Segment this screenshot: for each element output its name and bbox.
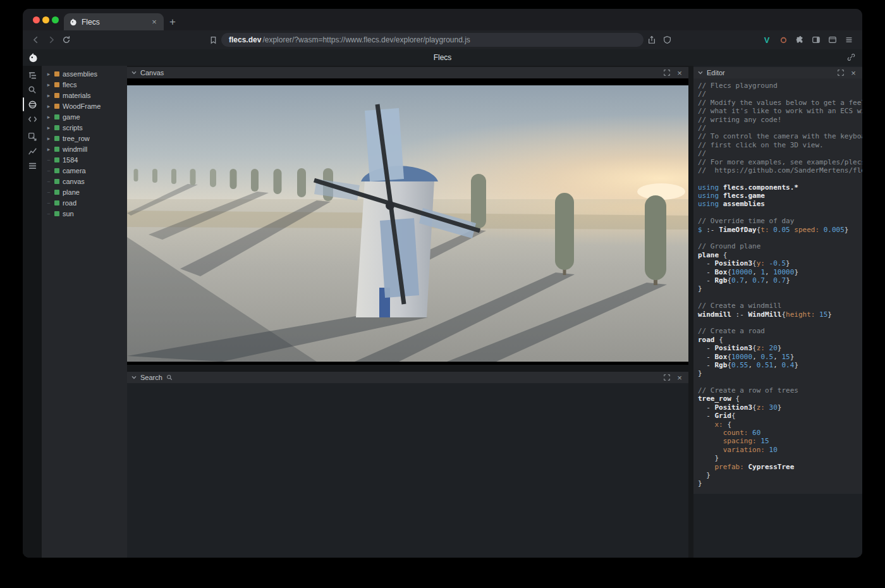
expand-arrow-icon[interactable]: ▸ (46, 114, 51, 120)
code-line[interactable]: // Create a row of trees (698, 386, 860, 395)
code-line[interactable]: - Rgb{0.7, 0.7, 0.7} (698, 276, 860, 285)
expand-arrow-icon[interactable]: ▸ (46, 146, 51, 152)
tree-item-road[interactable]: –road (42, 197, 127, 208)
tree-item-tree_row[interactable]: ▸tree_row (42, 133, 127, 144)
tree-item-scripts[interactable]: ▸scripts (42, 122, 127, 133)
code-line[interactable]: } (698, 471, 860, 479)
entities-tree-icon[interactable] (26, 69, 39, 82)
minimize-button[interactable] (42, 16, 49, 23)
tree-item-flecs[interactable]: ▸flecs (42, 79, 127, 90)
code-line[interactable]: $ :- TimeOfDay{t: 0.05 speed: 0.005} (698, 226, 860, 234)
forward-button[interactable] (44, 33, 58, 47)
tree-item-WoodFrame[interactable]: ▸WoodFrame (42, 101, 127, 111)
close-panel-icon[interactable]: × (675, 68, 684, 77)
expand-arrow-icon[interactable]: ▸ (46, 135, 51, 142)
tree-item-assemblies[interactable]: ▸assemblies (42, 68, 127, 79)
shield-icon[interactable] (660, 33, 674, 47)
expand-arrow-icon[interactable]: ▸ (46, 103, 51, 109)
code-line[interactable] (698, 319, 860, 327)
code-line[interactable]: - Rgb{0.55, 0.51, 0.4} (698, 361, 860, 369)
code-line[interactable]: // Override time of day (698, 217, 860, 225)
code-icon[interactable] (26, 113, 39, 125)
expand-arrow-icon[interactable]: ▸ (46, 71, 51, 77)
tree-item-sun[interactable]: –sun (42, 208, 127, 219)
code-line[interactable]: windmill :- WindMill{height: 15} (698, 310, 860, 319)
code-line[interactable]: } (698, 454, 860, 462)
tree-item-canvas[interactable]: –canvas (42, 176, 127, 187)
close-panel-icon[interactable]: × (849, 68, 858, 77)
code-line[interactable]: // Modify the values below to get a feel… (698, 99, 860, 107)
scene-sphere-icon[interactable] (26, 98, 39, 111)
code-line[interactable]: - Position3{z: 30} (698, 403, 860, 412)
expand-arrow-icon[interactable]: ▸ (46, 125, 51, 131)
collapse-chevron-icon[interactable] (698, 71, 703, 75)
inspect-icon[interactable] (26, 130, 39, 143)
code-line[interactable]: // For more examples, see examples/plecs… (698, 158, 860, 166)
code-line[interactable]: - Box{10000, 0.5, 15} (698, 353, 860, 361)
code-line[interactable]: // writing any code! (698, 116, 860, 124)
collapse-chevron-icon[interactable] (131, 71, 137, 75)
search-results-area[interactable] (127, 383, 688, 558)
code-line[interactable]: x: { (698, 420, 860, 429)
code-line[interactable]: // (698, 149, 860, 157)
code-line[interactable]: // first click on the 3D view. (698, 141, 860, 149)
fullscreen-icon[interactable] (662, 68, 671, 77)
browser-window-icon[interactable] (826, 33, 839, 47)
expand-arrow-icon[interactable]: ▸ (46, 92, 51, 99)
tab-close-button[interactable]: × (150, 17, 159, 27)
expand-arrow-icon[interactable]: ▸ (46, 82, 51, 88)
fullscreen-icon[interactable] (662, 373, 671, 382)
code-line[interactable]: // Flecs playground (698, 82, 860, 90)
code-line[interactable] (698, 378, 860, 386)
code-line[interactable]: variation: 10 (698, 446, 860, 454)
code-line[interactable]: using assemblies (698, 200, 860, 208)
code-line[interactable]: road { (698, 336, 860, 344)
back-button[interactable] (29, 33, 43, 47)
tree-item-game[interactable]: ▸game (42, 111, 127, 122)
code-line[interactable]: // Create a road (698, 327, 860, 335)
tree-item-1584[interactable]: –1584 (42, 154, 127, 165)
bookmark-icon[interactable] (206, 33, 220, 47)
code-line[interactable] (698, 175, 860, 183)
extensions-puzzle-icon[interactable] (793, 33, 807, 47)
code-line[interactable]: count: 60 (698, 429, 860, 437)
reload-button[interactable] (59, 33, 73, 47)
code-line[interactable] (698, 209, 860, 217)
fullscreen-icon[interactable] (836, 68, 845, 77)
close-button[interactable] (33, 16, 40, 23)
collapse-chevron-icon[interactable] (131, 376, 137, 379)
code-line[interactable]: - Grid{ (698, 412, 860, 420)
chart-icon[interactable] (26, 145, 39, 157)
code-line[interactable] (698, 293, 860, 302)
code-line[interactable] (698, 234, 860, 242)
tree-item-windmill[interactable]: ▸windmill (42, 144, 127, 154)
code-line[interactable]: - Position3{z: 20} (698, 344, 860, 352)
code-line[interactable]: // what it's like to work with an ECS wi… (698, 107, 860, 115)
code-line[interactable]: // https://github.com/SanderMertens/flec… (698, 166, 860, 175)
editor-code[interactable]: // Flecs playground//// Modify the value… (693, 78, 862, 494)
tree-item-materials[interactable]: ▸materials (42, 90, 127, 101)
browser-tab[interactable]: Flecs × (64, 13, 164, 30)
new-tab-button[interactable]: + (164, 13, 181, 30)
permalink-icon[interactable] (846, 52, 856, 62)
code-line[interactable]: prefab: CypressTree (698, 463, 860, 471)
url-bar[interactable]: flecs.dev/explorer/?wasm=https://www.fle… (221, 33, 644, 47)
search-icon[interactable] (26, 83, 39, 96)
zoom-button[interactable] (52, 16, 59, 23)
code-line[interactable]: - Box{10000, 1, 10000} (698, 268, 860, 276)
code-line[interactable]: spacing: 15 (698, 437, 860, 445)
code-line[interactable]: // To control the camera with the keyboa… (698, 132, 860, 140)
share-icon[interactable] (645, 33, 659, 47)
code-line[interactable]: using flecs.components.* (698, 183, 860, 192)
close-panel-icon[interactable]: × (675, 373, 684, 382)
code-line[interactable]: } (698, 479, 860, 487)
canvas-3d-view[interactable] (127, 78, 688, 365)
code-line[interactable]: // Ground plane (698, 242, 860, 250)
vue-devtools-icon[interactable]: V (760, 33, 774, 47)
code-line[interactable]: - Position3{y: -0.5} (698, 259, 860, 267)
code-line[interactable]: // (698, 90, 860, 98)
code-line[interactable]: // Create a windmill (698, 302, 860, 310)
code-line[interactable]: tree_row { (698, 395, 860, 403)
side-panel-icon[interactable] (809, 33, 823, 47)
code-line[interactable]: } (698, 285, 860, 293)
